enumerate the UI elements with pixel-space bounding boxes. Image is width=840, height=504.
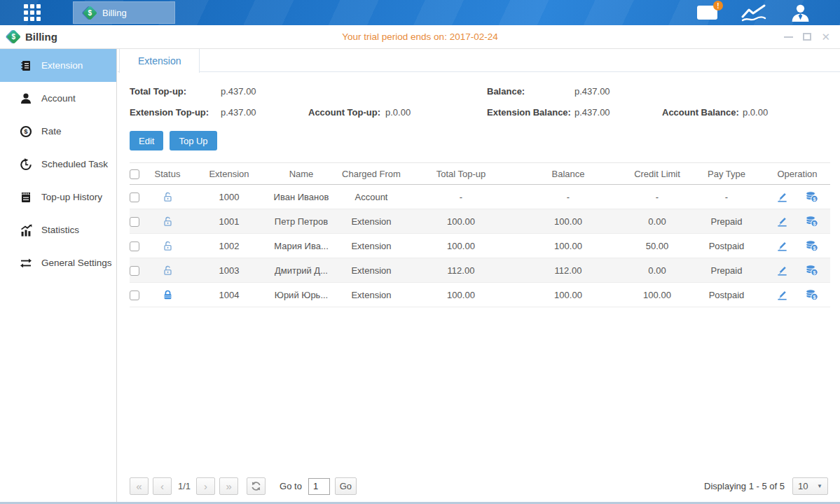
top-up-coins-icon[interactable]: $ bbox=[805, 239, 818, 252]
edit-icon[interactable] bbox=[776, 216, 788, 227]
table-row[interactable]: 1004 Юрий Юрь... Extension 100.00 100.00… bbox=[130, 283, 830, 307]
col-name: Name bbox=[271, 163, 331, 185]
row-checkbox[interactable] bbox=[130, 290, 139, 300]
col-status: Status bbox=[148, 163, 187, 185]
edit-icon[interactable] bbox=[776, 289, 788, 301]
sidebar-item-statistics[interactable]: Statistics bbox=[0, 214, 116, 246]
svg-text:$: $ bbox=[813, 246, 815, 251]
lock-closed-icon[interactable] bbox=[163, 290, 173, 300]
go-button[interactable]: Go bbox=[335, 477, 357, 495]
sidebar-item-topup-history[interactable]: Top-up History bbox=[0, 181, 116, 214]
page-size-value: 10 bbox=[798, 481, 808, 491]
sliders-transfer-icon bbox=[20, 257, 32, 270]
svg-text:$: $ bbox=[813, 270, 815, 276]
pagination-bar: « ‹ 1/1 › » Go to Go Displaying 1 - 5 of… bbox=[130, 477, 828, 495]
extension-topup-label: Extension Top-up: bbox=[130, 107, 221, 118]
next-page-button[interactable]: › bbox=[196, 477, 215, 495]
billing-dollar-diamond-icon: $ bbox=[83, 5, 97, 20]
notification-badge: ! bbox=[713, 1, 723, 10]
total-topup-value: p.437.00 bbox=[221, 86, 308, 97]
top-up-coins-icon[interactable]: $ bbox=[805, 264, 818, 276]
goto-page-input[interactable] bbox=[308, 478, 330, 495]
row-checkbox[interactable] bbox=[130, 192, 139, 202]
sidebar-item-label: Extension bbox=[41, 60, 83, 71]
extension-book-icon bbox=[20, 59, 32, 72]
balance-summary: Total Top-up: p.437.00 Balance: p.437.00… bbox=[118, 86, 840, 118]
prev-page-button[interactable]: ‹ bbox=[153, 477, 172, 495]
page-size-select[interactable]: 10 ▼ bbox=[792, 477, 828, 495]
last-page-button[interactable]: » bbox=[219, 477, 238, 495]
tabstrip: Extension bbox=[118, 49, 840, 72]
messages-icon[interactable]: ! bbox=[697, 6, 717, 20]
account-topup-value: p.0.00 bbox=[385, 107, 487, 118]
extensions-table: Status Extension Name Charged From Total… bbox=[130, 162, 830, 307]
top-up-coins-icon[interactable]: $ bbox=[805, 288, 818, 301]
col-charged-from: Charged From bbox=[331, 163, 411, 185]
sidebar-item-general-settings[interactable]: General Settings bbox=[0, 246, 116, 279]
edit-icon[interactable] bbox=[776, 191, 788, 203]
resource-monitor-icon[interactable] bbox=[741, 4, 766, 22]
apps-menu-icon[interactable] bbox=[24, 4, 42, 22]
svg-text:$: $ bbox=[813, 197, 815, 202]
sidebar-item-account[interactable]: Account bbox=[0, 82, 116, 115]
top-up-coins-icon[interactable]: $ bbox=[805, 215, 818, 227]
lock-open-icon[interactable] bbox=[163, 192, 173, 202]
top-up-coins-icon[interactable]: $ bbox=[805, 190, 818, 203]
lock-open-icon[interactable] bbox=[163, 216, 173, 227]
svg-text:$: $ bbox=[813, 221, 815, 227]
person-icon bbox=[20, 92, 32, 105]
sidebar-item-scheduled-task[interactable]: Scheduled Task bbox=[0, 148, 116, 181]
notepad-icon bbox=[20, 191, 32, 204]
edit-button[interactable]: Edit bbox=[130, 131, 163, 150]
sidebar-item-label: Scheduled Task bbox=[41, 159, 108, 169]
dollar-circle-icon: $ bbox=[20, 125, 32, 138]
maximize-icon[interactable] bbox=[803, 33, 811, 41]
table-row[interactable]: 1001 Петр Петров Extension 100.00 100.00… bbox=[130, 209, 830, 234]
user-account-icon[interactable] bbox=[790, 4, 811, 22]
account-balance-value: p.0.00 bbox=[743, 107, 828, 118]
sidebar-item-label: Account bbox=[41, 93, 76, 104]
window-title: Billing bbox=[25, 31, 57, 43]
history-clock-icon bbox=[20, 158, 32, 171]
row-checkbox[interactable] bbox=[130, 241, 139, 251]
sidebar-item-label: Statistics bbox=[41, 225, 79, 235]
edit-icon[interactable] bbox=[776, 240, 788, 252]
edit-icon[interactable] bbox=[776, 265, 788, 276]
row-checkbox[interactable] bbox=[130, 217, 139, 227]
tab-extension[interactable]: Extension bbox=[119, 49, 200, 73]
extension-balance-value: p.437.00 bbox=[574, 107, 662, 118]
minimize-icon[interactable] bbox=[784, 36, 793, 38]
sidebar: Extension Account $ Rate Scheduled Task bbox=[0, 49, 117, 502]
trial-notice: Your trial period ends on: 2017-02-24 bbox=[0, 31, 840, 42]
total-topup-label: Total Top-up: bbox=[130, 86, 221, 97]
table-row[interactable]: 1003 Дмитрий Д... Extension 112.00 112.0… bbox=[130, 258, 830, 283]
sidebar-item-extension[interactable]: Extension bbox=[0, 49, 116, 82]
account-balance-label: Account Balance: bbox=[662, 107, 743, 118]
billing-dollar-diamond-icon: $ bbox=[6, 29, 21, 44]
row-checkbox[interactable] bbox=[130, 266, 139, 276]
col-extension: Extension bbox=[187, 163, 271, 185]
svg-text:$: $ bbox=[813, 295, 815, 300]
table-row[interactable]: 1000 Иван Иванов Account - - - - bbox=[130, 185, 830, 209]
extension-topup-value: p.437.00 bbox=[221, 107, 308, 118]
col-credit-limit: Credit Limit bbox=[626, 163, 689, 185]
lock-open-icon[interactable] bbox=[163, 241, 173, 251]
col-operation: Operation bbox=[764, 163, 830, 185]
col-balance: Balance bbox=[511, 163, 626, 185]
sidebar-item-label: Rate bbox=[41, 126, 62, 136]
page-indicator: 1/1 bbox=[178, 481, 191, 491]
refresh-button[interactable] bbox=[247, 477, 266, 495]
account-topup-label: Account Top-up: bbox=[308, 107, 385, 118]
goto-label: Go to bbox=[280, 481, 302, 491]
select-all-checkbox[interactable] bbox=[130, 169, 139, 179]
balance-value: p.437.00 bbox=[574, 86, 662, 97]
main-content: Extension Total Top-up: p.437.00 Balance… bbox=[118, 49, 840, 502]
window-titlebar: Your trial period ends on: 2017-02-24 $ … bbox=[0, 25, 840, 49]
close-icon[interactable]: ✕ bbox=[821, 31, 830, 42]
topbar-tab-billing[interactable]: $ Billing bbox=[73, 1, 175, 24]
first-page-button[interactable]: « bbox=[130, 477, 149, 495]
top-up-button[interactable]: Top Up bbox=[170, 131, 216, 150]
table-row[interactable]: 1002 Мария Ива... Extension 100.00 100.0… bbox=[130, 234, 830, 258]
sidebar-item-rate[interactable]: $ Rate bbox=[0, 115, 116, 148]
lock-open-icon[interactable] bbox=[163, 265, 173, 276]
